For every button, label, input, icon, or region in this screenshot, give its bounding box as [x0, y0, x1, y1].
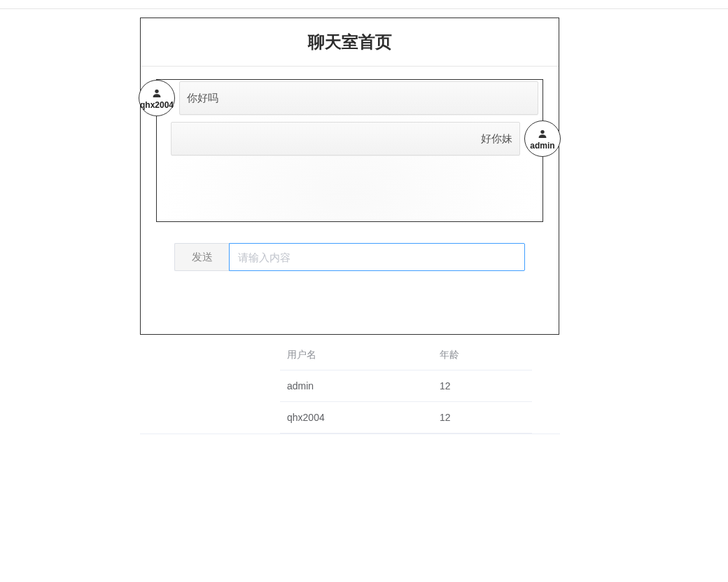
column-header-username: 用户名: [280, 340, 433, 370]
column-header-age: 年龄: [433, 340, 532, 370]
browser-tab-divider: [0, 0, 728, 9]
message-text: 好你妹: [481, 132, 512, 146]
cell-username: qhx2004: [280, 402, 433, 434]
message-bubble: 你好吗: [179, 81, 538, 115]
avatar-name: admin: [530, 141, 554, 150]
cell-age: 12: [433, 370, 532, 402]
svg-point-1: [540, 130, 544, 133]
chat-panel: 聊天室首页 qhx2004 你好吗 好你妹 admin: [140, 18, 559, 335]
table-row: qhx2004 12: [280, 402, 532, 434]
message-text: 你好吗: [187, 92, 218, 105]
user-icon: [151, 88, 162, 99]
cell-age: 12: [433, 402, 532, 434]
avatar: admin: [524, 120, 561, 157]
chat-message: 好你妹 admin: [158, 122, 541, 155]
input-row: 发送: [174, 243, 525, 334]
avatar-name: qhx2004: [140, 101, 174, 109]
table-row: admin 12: [280, 370, 532, 402]
message-input[interactable]: [229, 243, 525, 271]
svg-point-0: [155, 89, 158, 92]
cell-username: admin: [280, 370, 433, 402]
user-table-wrapper: 用户名 年龄 admin 12 qhx2004 12: [140, 340, 560, 434]
chat-box: qhx2004 你好吗 好你妹 admin: [156, 79, 543, 222]
send-button[interactable]: 发送: [174, 243, 229, 271]
chat-message: qhx2004 你好吗: [158, 81, 541, 115]
table-header-row: 用户名 年龄: [280, 340, 532, 370]
user-table: 用户名 年龄 admin 12 qhx2004 12: [280, 340, 532, 434]
message-bubble: 好你妹: [171, 122, 520, 155]
user-icon: [537, 128, 548, 140]
page-title: 聊天室首页: [141, 31, 559, 53]
avatar: qhx2004: [139, 80, 175, 116]
panel-header: 聊天室首页: [141, 18, 559, 67]
